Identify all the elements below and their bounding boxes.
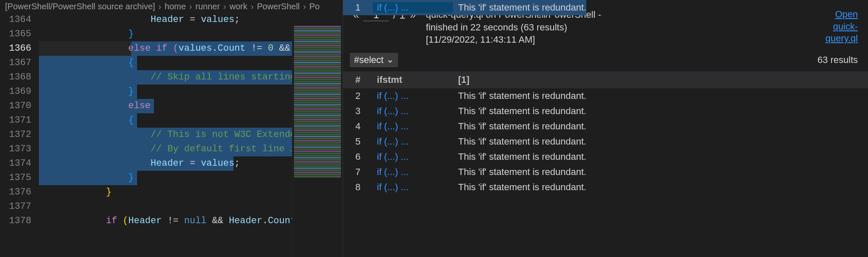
line-number: 1372 [0,128,31,142]
line-number-gutter: 1364136513661367136813691370137113721373… [0,13,39,257]
chevron-right-icon: › [189,2,192,11]
line-number: 1370 [0,99,31,113]
chevron-right-icon: › [159,2,162,11]
line-number: 1365 [0,27,31,41]
code-editor[interactable]: 1364136513661367136813691370137113721373… [0,13,343,257]
row-index: 5 [343,136,373,147]
chevron-right-icon: › [223,2,226,11]
minimap[interactable] [292,25,343,257]
row-message: This 'if' statement is redundant. [453,167,868,178]
breadcrumb-root[interactable]: [PowerShell/PowerShell source archive] [5,2,155,11]
line-number: 1376 [0,185,31,200]
row-message: This 'if' statement is redundant. [453,121,868,132]
col-header-index[interactable]: # [343,74,373,85]
row-ifstmt[interactable]: if (...) ... [373,90,453,101]
summary-line: finished in 22 seconds (63 results) [426,21,816,34]
table-row[interactable]: 6if (...) ...This 'if' statement is redu… [343,149,868,164]
breadcrumb-part[interactable]: PowerShell [257,2,299,11]
row-index: 7 [343,167,373,178]
table-row[interactable]: 7if (...) ...This 'if' statement is redu… [343,164,868,180]
breadcrumb-part[interactable]: runner [195,2,220,11]
row-message: This 'if' statement is redundant. [453,106,868,117]
result-count: 63 results [818,55,858,66]
ifstmt-link[interactable]: if (...) ... [377,106,409,116]
table-row[interactable]: 4if (...) ...This 'if' statement is redu… [343,119,868,134]
row-index: 8 [343,182,373,193]
table-row[interactable]: 3if (...) ...This 'if' statement is redu… [343,104,868,119]
open-query-link[interactable]: Openquick-query.ql [825,8,858,45]
ifstmt-link[interactable]: if (...) ... [377,136,409,147]
breadcrumb-part[interactable]: Po [309,2,319,11]
row-message: This 'if' statement is redundant. [453,90,868,101]
line-number: 1378 [0,214,31,228]
row-message: This 'if' statement is redundant. [453,136,868,147]
line-number: 1374 [0,156,31,171]
line-number: 1368 [0,70,31,85]
col-header-message[interactable]: [1] [453,74,868,85]
row-message: This 'if' statement is redundant. [453,151,868,162]
line-number: 1364 [0,13,31,27]
row-index: 2 [343,90,373,101]
row-ifstmt[interactable]: if (...) ... [373,182,453,193]
select-bar: #select ⌄ 63 results [343,50,868,71]
breadcrumb-part[interactable]: home [165,2,186,11]
line-number: 1375 [0,171,31,185]
line-number: 1366 [0,41,31,56]
table-row[interactable]: 2if (...) ...This 'if' statement is redu… [343,88,868,104]
chevron-right-icon: › [303,2,306,11]
chevron-down-icon: ⌄ [386,54,394,65]
col-header-ifstmt[interactable]: ifstmt [373,74,453,85]
result-set-label: #select [354,55,384,66]
row-ifstmt[interactable]: if (...) ... [373,151,453,162]
row-ifstmt[interactable]: if (...) ... [373,106,453,117]
row-message: This 'if' statement is redundant. [453,182,868,193]
table-header: # ifstmt [1] [343,71,868,88]
row-index: 4 [343,121,373,132]
row-index: 3 [343,106,373,117]
results-table: # ifstmt [1] 1if (...) ...This 'if' stat… [343,71,868,257]
ifstmt-link[interactable]: if (...) ... [377,121,409,131]
ifstmt-link[interactable]: if (...) ... [377,90,409,101]
line-number: 1367 [0,56,31,70]
row-index: 6 [343,151,373,162]
table-row[interactable]: 5if (...) ...This 'if' statement is redu… [343,134,868,149]
editor-pane: [PowerShell/PowerShell source archive] ›… [0,0,343,257]
line-number: 1369 [0,85,31,99]
table-body: 1if (...) ...This 'if' statement is redu… [343,88,868,195]
row-ifstmt[interactable]: if (...) ... [373,136,453,147]
results-pane: « / 1 » quick-query.ql on PowerShell/Pow… [343,0,868,257]
code-line[interactable]: Header = values; [39,13,343,27]
ifstmt-link[interactable]: if (...) ... [377,182,409,192]
ifstmt-link[interactable]: if (...) ... [377,167,409,177]
line-number: 1371 [0,113,31,128]
result-set-dropdown[interactable]: #select ⌄ [350,53,398,67]
row-ifstmt[interactable]: if (...) ... [373,121,453,132]
summary-line: [11/29/2022, 11:43:11 AM] [426,33,816,46]
ifstmt-link[interactable]: if (...) ... [377,151,409,162]
breadcrumb-part[interactable]: work [229,2,247,11]
chevron-right-icon: › [251,2,254,11]
breadcrumb[interactable]: [PowerShell/PowerShell source archive] ›… [0,0,343,13]
line-number: 1373 [0,142,31,156]
row-ifstmt[interactable]: if (...) ... [373,167,453,178]
line-number: 1377 [0,200,31,214]
table-row[interactable]: 8if (...) ...This 'if' statement is redu… [343,180,868,195]
